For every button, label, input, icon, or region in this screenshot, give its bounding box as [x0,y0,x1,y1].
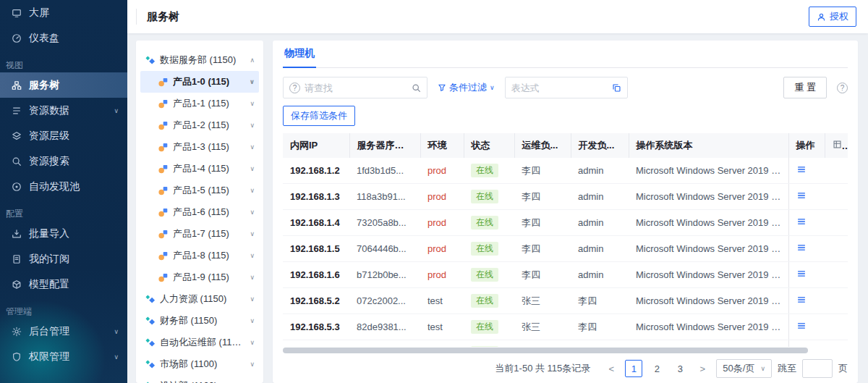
scrollbar-thumb[interactable] [283,348,808,353]
expression-input[interactable] [511,83,608,93]
subscription-icon [12,254,22,264]
chevron-down-icon[interactable]: ∨ [247,187,255,194]
sidebar-item-label: 自动发现池 [29,180,80,193]
sidebar: 大屏 仪表盘 视图 服务树 资源数据 ∨ 资源层级 资源搜索 自动发现池 配置 [0,0,127,383]
cell-spacer [825,262,848,288]
tree-node-product[interactable]: 产品1-0 (115) ∨ [140,71,259,93]
cell-serial: 1fd3b1d5... [349,158,420,184]
sidebar-item-resource-data[interactable]: 资源数据 ∨ [0,98,127,123]
cell-dev-owner: admin [571,262,629,288]
reset-button[interactable]: 重 置 [783,77,827,98]
authorize-button[interactable]: 授权 [809,7,856,27]
chevron-down-icon[interactable]: ∨ [247,165,255,172]
search-input[interactable] [305,83,407,93]
page-number-1[interactable]: 1 [625,360,642,377]
sidebar-item-resource-level[interactable]: 资源层级 [0,123,127,148]
chevron-down-icon[interactable]: ∨ [247,252,255,259]
chevron-down-icon[interactable]: ∨ [247,339,255,346]
sidebar-item-big-screen[interactable]: 大屏 [0,0,127,25]
tree-node-department[interactable]: 财务部 (1150) ∨ [140,310,259,332]
prev-page-button[interactable]: < [603,360,619,377]
sidebar-item-batch-import[interactable]: 批量导入 [0,221,127,246]
chevron-up-icon[interactable]: ∧ [247,56,255,64]
sidebar-item-backend-admin[interactable]: 后台管理 ∨ [0,319,127,344]
row-actions-icon[interactable] [796,269,807,279]
tree-node-product[interactable]: 产品1-6 (115) ∨ [140,201,259,223]
tree-node-product[interactable]: 产品1-5 (115) ∨ [140,180,259,201]
jump-page-input[interactable] [802,359,833,378]
tree-node-department[interactable]: 数据服务部 (1150) ∧ [140,49,259,71]
sidebar-item-dashboard[interactable]: 仪表盘 [0,25,127,51]
save-filter-button[interactable]: 保存筛选条件 [283,106,355,126]
chevron-down-icon[interactable]: ∨ [247,230,255,237]
cell-ops-owner: 李四 [514,210,571,236]
tree-node-department[interactable]: 自动化运维部 (1150) ∨ [140,332,259,353]
table-row: 192.168.5.4 9c21f8e3... test 在线 张三 李四 Mi… [283,340,848,348]
chevron-down-icon[interactable]: ∨ [247,143,255,151]
row-actions-icon[interactable] [796,243,807,253]
sidebar-item-permission-admin[interactable]: 权限管理 ∨ [0,344,127,369]
page-number-2[interactable]: 2 [648,360,665,377]
tree-node-product[interactable]: 产品1-4 (115) ∨ [140,158,259,180]
cell-actions [788,288,825,314]
tree-node-department[interactable]: 市场部 (1100) ∨ [140,353,259,375]
chevron-down-icon[interactable]: ∨ [247,78,255,85]
sidebar-item-model-config[interactable]: 模型配置 [0,272,127,297]
condition-filter-dropdown[interactable]: 条件过滤 ∨ [438,81,495,94]
sidebar-item-subscriptions[interactable]: 我的订阅 [0,246,127,272]
expression-box[interactable] [505,77,628,98]
table-row: 192.168.1.6 b712b0be... prod 在线 李四 admin… [283,262,848,288]
help-icon[interactable]: ? [837,83,848,93]
next-page-button[interactable]: > [694,360,710,377]
table-row: 192.168.5.2 072c2002... test 在线 张三 李四 Mi… [283,288,848,314]
sidebar-item-service-tree[interactable]: 服务树 [0,72,127,98]
cell-actions [788,184,825,210]
tree-node-product[interactable]: 产品1-1 (115) ∨ [140,93,259,114]
row-actions-icon[interactable] [796,216,807,227]
cell-os: Microsoft Windows Server 2019 Stan... [629,340,788,348]
cell-dev-owner: admin [571,184,629,210]
chevron-down-icon[interactable]: ∨ [247,209,255,216]
cell-serial: b712b0be... [349,262,420,288]
col-header-os: 操作系统版本 [629,133,788,158]
tab-physical-machine[interactable]: 物理机 [283,47,316,68]
chevron-down-icon[interactable]: ∨ [247,274,255,281]
col-header-ip: 内网IP [283,133,349,158]
sidebar-item-resource-search[interactable]: 资源搜索 [0,148,127,174]
department-icon [145,316,156,327]
search-box[interactable]: ? [283,77,427,98]
tree-node-product[interactable]: 产品1-9 (115) ∨ [140,266,259,288]
row-actions-icon[interactable] [796,164,807,174]
sidebar-section-views: 视图 [0,51,127,72]
status-badge: 在线 [471,294,498,308]
chevron-down-icon[interactable]: ∨ [247,361,255,368]
sidebar-item-auto-discovery[interactable]: 自动发现池 [0,174,127,199]
tree-node-label: 产品1-9 (115) [173,271,229,284]
product-icon [158,142,169,153]
tree-node-department[interactable]: 人力资源 (1150) ∨ [140,288,259,310]
tree-node-department[interactable]: 设计部 (1100) ∨ [140,375,259,383]
cell-ops-owner: 李四 [514,158,571,184]
chevron-down-icon[interactable]: ∨ [247,100,255,107]
chevron-down-icon[interactable]: ∨ [247,317,255,324]
tree-node-product[interactable]: 产品1-3 (115) ∨ [140,136,259,158]
row-actions-icon[interactable] [796,190,807,201]
cell-spacer [825,288,848,314]
sidebar-item-label: 模型配置 [29,278,69,291]
product-icon [158,207,169,218]
tree-node-product[interactable]: 产品1-8 (115) ∨ [140,245,259,266]
tree-node-product[interactable]: 产品1-7 (115) ∨ [140,223,259,245]
page-size-select[interactable]: 50条/页 ∨ [716,359,772,378]
tree-node-label: 财务部 (1150) [160,314,217,327]
row-actions-icon[interactable] [796,295,807,305]
copy-icon[interactable] [612,83,621,93]
row-actions-icon[interactable] [796,321,807,331]
chevron-down-icon[interactable]: ∨ [247,295,255,303]
page-number-3[interactable]: 3 [671,360,689,377]
chevron-down-icon[interactable]: ∨ [247,122,255,129]
tree-node-product[interactable]: 产品1-2 (115) ∨ [140,114,259,136]
column-settings-icon[interactable] [833,140,842,149]
jump-label: 跳至 [778,362,796,375]
search-icon[interactable] [412,83,421,93]
cell-env: prod [420,262,464,288]
